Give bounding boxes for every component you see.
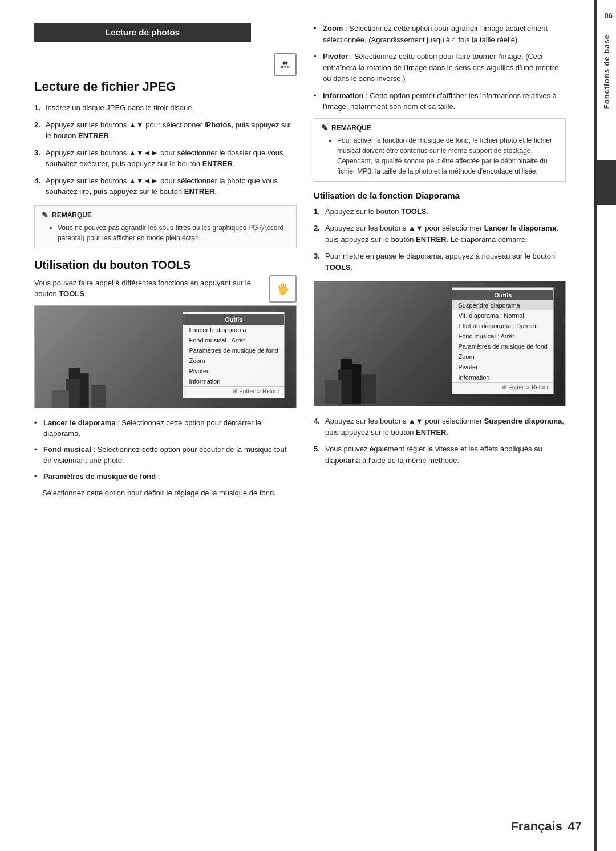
footer-page-number: 47 xyxy=(568,819,582,833)
step-4: 4. Appuyez sur les boutons ▲▼◄► pour sél… xyxy=(34,175,297,197)
s3-step-5: 5. Vous pouvez également régler la vites… xyxy=(314,443,566,466)
right-column: Zoom : Sélectionnez cette option pour ag… xyxy=(314,23,566,817)
menu-item-2: Paramètres de musique de fond xyxy=(183,345,284,356)
section2-title: Utilisation du bouton TOOLS xyxy=(34,259,297,272)
bullet-lancer: Lancer le diaporama : Sélectionnez cette… xyxy=(34,417,297,439)
svg-rect-9 xyxy=(325,380,341,404)
menu-item-3: Zoom xyxy=(183,356,284,366)
remark-box-1: REMARQUE Vous ne pouvez pas agrandir les… xyxy=(34,205,297,248)
section3-title: Utilisation de la fonction Diaporama xyxy=(314,191,566,200)
left-column: Lecture de photos 📷 JPEG Lecture de fich… xyxy=(34,23,297,817)
tools-bullets: Lancer le diaporama : Sélectionnez cette… xyxy=(34,417,297,482)
step-2: 2. Appuyez sur les boutons ▲▼ pour sélec… xyxy=(34,119,297,142)
menu-item-0: Lancer le diaporama xyxy=(183,325,284,335)
svg-rect-2 xyxy=(80,373,89,408)
screenshot-tools-menu: Outils Lancer le diaporama Fond musical … xyxy=(34,305,297,408)
parametre-detail: Sélectionnez cette option pour définir l… xyxy=(34,487,297,499)
section3-steps: 1. Appuyez sur le bouton TOOLS. 2. Appuy… xyxy=(314,206,566,273)
footer-language: Français xyxy=(510,819,562,833)
tools-hand-icon: 🖐 xyxy=(269,275,297,303)
svg-rect-8 xyxy=(362,374,376,403)
side-tab: 06 Fonctions de base xyxy=(594,0,616,851)
tools-intro-block: 🖐 Vous pouvez faire appel à différentes … xyxy=(34,277,297,300)
chapter-label: Fonctions de base xyxy=(602,34,611,109)
bullet-zoom: Zoom : Sélectionnez cette option pour ag… xyxy=(314,23,566,45)
diaporama-menu-popup: Outils Suspendre diaporama Vit. diaporam… xyxy=(452,287,554,394)
bullet-pivoter: Pivoter : Sélectionnez cette option pour… xyxy=(314,51,566,84)
menu-item-4: Pivoter xyxy=(183,366,284,376)
steps-list: 1. Insérez un disque JPEG dans le tiroir… xyxy=(34,102,297,197)
section-header: Lecture de photos xyxy=(34,23,251,42)
menu-footer-2: ⊕ Entrer ⊃ Retour xyxy=(452,382,553,392)
svg-rect-4 xyxy=(52,390,69,407)
menu-item-5: Information xyxy=(183,376,284,386)
s3-step-3: 3. Pour mettre en pause le diaporama, ap… xyxy=(314,251,566,273)
d-menu-item-2: Effet du diaporama : Damier xyxy=(452,321,553,331)
s3-step-2: 2. Appuyez sur les boutons ▲▼ pour sélec… xyxy=(314,223,566,245)
menu-item-1: Fond musical : Arrêt xyxy=(183,335,284,345)
d-menu-item-4: Paramètres de musique de fond xyxy=(452,341,553,352)
header-title: Lecture de photos xyxy=(106,27,180,37)
d-menu-item-5: Zoom xyxy=(452,352,553,362)
bullet-fond-musical: Fond musical : Sélectionnez cette option… xyxy=(34,444,297,466)
remark-box-2: REMARQUE Pour activer la fonction de mus… xyxy=(314,118,566,182)
step-1: 1. Insérez un disque JPEG dans le tiroir… xyxy=(34,102,297,114)
remark-content-1: Vous ne pouvez pas agrandir les sous-tit… xyxy=(42,223,289,243)
remark-title-2: REMARQUE xyxy=(321,123,558,132)
bullet-information: Information : Cette option permet d'affi… xyxy=(314,90,566,112)
menu-footer: ⊕ Entrer ⊃ Retour xyxy=(183,386,284,396)
d-menu-item-1: Vit. diaporama : Normal xyxy=(452,310,553,321)
tools-intro-text: Vous pouvez faire appel à différentes fo… xyxy=(34,277,297,300)
d-menu-item-6: Pivoter xyxy=(452,362,553,372)
remark-content-2: Pour activer la fonction de musique de f… xyxy=(321,135,558,176)
svg-rect-7 xyxy=(352,364,362,404)
right-bullets: Zoom : Sélectionnez cette option pour ag… xyxy=(314,23,566,112)
section3-steps2: 4. Appuyez sur les boutons ▲▼ pour sélec… xyxy=(314,416,566,466)
bullet-parametres: Paramètres de musique de fond : xyxy=(34,471,297,482)
d-menu-item-7: Information xyxy=(452,372,553,382)
d-menu-item-0: Suspendre diaporama xyxy=(452,300,553,310)
svg-rect-3 xyxy=(92,385,106,408)
s3-step-4: 4. Appuyez sur les boutons ▲▼ pour sélec… xyxy=(314,416,566,438)
chapter-accent-bar xyxy=(594,160,616,205)
page-footer: Français 47 xyxy=(510,819,582,834)
chapter-number: 06 xyxy=(605,11,613,20)
step-3: 3. Appuyez sur les boutons ▲▼◄► pour sél… xyxy=(34,147,297,170)
menu-title-2: Outils xyxy=(452,290,553,300)
remark-item-2: Pour activer la fonction de musique de f… xyxy=(337,135,558,176)
section1-title: Lecture de fichier JPEG xyxy=(34,79,297,94)
d-menu-item-3: Fond musical : Arrêt xyxy=(452,331,553,341)
jpeg-icon: 📷 JPEG xyxy=(274,53,297,76)
tools-menu-popup: Outils Lancer le diaporama Fond musical … xyxy=(183,312,285,398)
screenshot-diaporama-menu: Outils Suspendre diaporama Vit. diaporam… xyxy=(314,281,566,406)
remark-title-1: REMARQUE xyxy=(42,211,289,220)
s3-step-1: 1. Appuyez sur le bouton TOOLS. xyxy=(314,206,566,217)
menu-title: Outils xyxy=(183,314,284,325)
